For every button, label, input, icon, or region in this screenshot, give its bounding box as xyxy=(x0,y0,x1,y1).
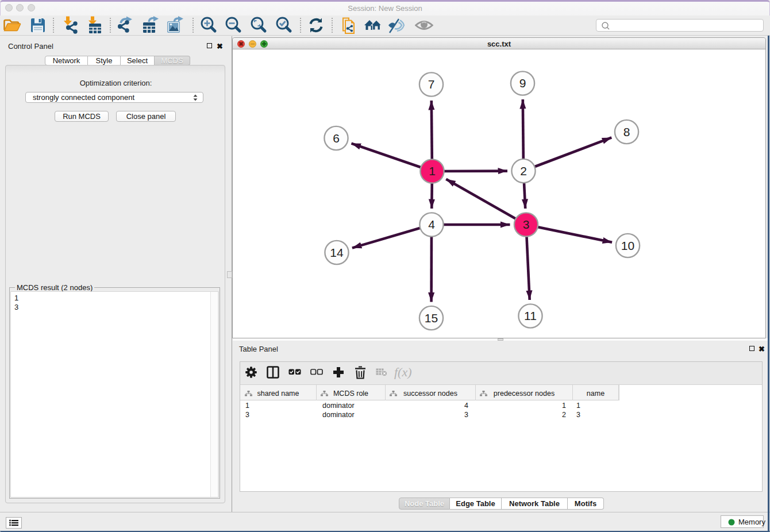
svg-text:2: 2 xyxy=(520,164,527,178)
svg-text:7: 7 xyxy=(428,78,435,91)
svg-text:9: 9 xyxy=(519,76,526,90)
svg-text:6: 6 xyxy=(333,132,340,145)
svg-text:4: 4 xyxy=(428,218,435,231)
svg-text:11: 11 xyxy=(524,309,537,322)
svg-text:14: 14 xyxy=(330,246,344,259)
svg-text:15: 15 xyxy=(425,311,438,325)
svg-text:10: 10 xyxy=(621,239,634,252)
svg-text:3: 3 xyxy=(523,218,530,231)
svg-text:8: 8 xyxy=(623,125,630,138)
svg-text:1: 1 xyxy=(429,164,436,178)
